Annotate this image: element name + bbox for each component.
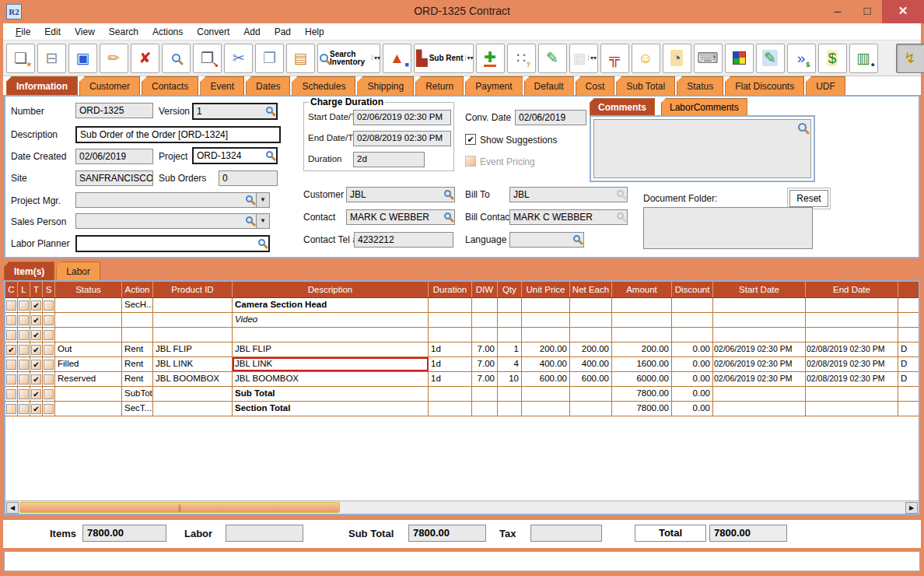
tab-shipping[interactable]: Shipping [357, 76, 414, 95]
cell-status[interactable] [55, 298, 122, 312]
l-checkbox[interactable] [19, 389, 29, 399]
copy-special-button[interactable]: ❐➘ [193, 44, 222, 73]
cell-qty[interactable] [498, 328, 522, 342]
menu-actions[interactable]: Actions [146, 25, 189, 39]
cell-amount[interactable]: 1600.00 [612, 357, 672, 371]
cell-unit-price[interactable] [522, 402, 570, 416]
col-header-end-date[interactable]: End Date [806, 282, 898, 297]
t-checkbox[interactable] [31, 330, 41, 340]
col-header-product-id[interactable]: Product ID [153, 282, 233, 297]
s-checkbox[interactable] [44, 330, 54, 340]
cell-start-date[interactable] [713, 402, 806, 416]
find-binoculars-button[interactable] [162, 44, 191, 73]
cell-duration[interactable] [429, 387, 472, 401]
cut-button[interactable]: ✂ [224, 44, 253, 73]
cell-unit-price[interactable] [522, 387, 570, 401]
tab-labor-comments[interactable]: LaborComments [661, 98, 747, 115]
col-header-unit-price[interactable]: Unit Price [522, 282, 570, 297]
menu-pad[interactable]: Pad [268, 25, 297, 39]
minimize-button[interactable]: – [823, 0, 852, 23]
tab-event[interactable]: Event [200, 76, 244, 95]
tab-default[interactable]: Default [524, 76, 574, 95]
cell-action[interactable] [122, 313, 153, 327]
menu-add[interactable]: Add [237, 25, 266, 39]
t-checkbox[interactable] [31, 300, 41, 311]
cell-diw[interactable]: 7.00 [472, 342, 498, 356]
cell-action[interactable]: SecH... [122, 298, 153, 312]
tab-labor[interactable]: Labor [56, 262, 100, 280]
reset-button[interactable]: Reset [789, 190, 828, 207]
cell-description[interactable]: Video [233, 313, 429, 327]
table-row[interactable]: SubTotSub Total7800.000.00 [5, 387, 919, 402]
cell-extra[interactable]: D [898, 372, 920, 386]
menu-file[interactable]: File [9, 25, 37, 39]
tab-cost[interactable]: Cost [576, 76, 615, 95]
col-header-diw[interactable]: DIW [472, 282, 498, 297]
money-transfer-button[interactable]: »$ [787, 44, 816, 73]
c-checkbox[interactable] [6, 374, 16, 385]
col-header-s[interactable]: S [43, 282, 55, 297]
t-checkbox[interactable] [31, 374, 41, 385]
tab-information[interactable]: Information [6, 76, 78, 95]
col-header-qty[interactable]: Qty [498, 282, 522, 297]
cell-discount[interactable]: 0.00 [672, 357, 713, 371]
org-chart-button[interactable]: ╦ [600, 44, 629, 73]
menu-help[interactable]: Help [299, 25, 331, 39]
col-header-discount[interactable]: Discount [672, 282, 713, 297]
print-button[interactable]: ⊟ [37, 44, 66, 73]
language-search-icon[interactable] [573, 235, 580, 242]
s-checkbox[interactable] [44, 389, 54, 399]
scrollbar-thumb[interactable] [19, 502, 340, 513]
scroll-left-button[interactable]: ◀ [6, 502, 19, 514]
cubes-button[interactable] [725, 44, 754, 73]
sub-rent-button[interactable]: ▙Sub Rent▾▾ [414, 44, 474, 73]
cell-diw[interactable]: 7.00 [472, 357, 498, 371]
cell-start-date[interactable] [713, 313, 806, 327]
shapes-3d-button[interactable]: ▲■ [383, 44, 411, 73]
cell-extra[interactable] [898, 313, 920, 327]
cell-description[interactable]: JBL FLIP [233, 342, 429, 356]
cell-end-date[interactable]: 02/08/2019 02:30 PM [806, 372, 898, 386]
t-checkbox[interactable] [31, 404, 41, 414]
search-inventory-dropdown-icon[interactable]: ▾▾ [372, 55, 378, 61]
cell-start-date[interactable]: 02/06/2019 02:30 PM [713, 357, 806, 371]
document-folder-box[interactable] [643, 207, 813, 249]
cell-amount[interactable] [612, 313, 672, 327]
language-field[interactable] [509, 232, 584, 248]
cell-extra[interactable] [898, 387, 920, 401]
tab-contacts[interactable]: Contacts [142, 76, 198, 95]
description-field[interactable]: Sub Order of the Order [ORD-1324] [75, 126, 281, 143]
customer-search-icon[interactable] [444, 190, 451, 197]
cell-discount[interactable]: 0.00 [672, 387, 713, 401]
lightning-button[interactable]: ↯ [896, 44, 924, 73]
cell-description[interactable]: JBL BOOMBOX [233, 372, 429, 386]
tab-return[interactable]: Return [415, 76, 464, 95]
bill-contact-field[interactable]: MARK C WEBBER [509, 209, 628, 225]
sales-person-field[interactable] [75, 213, 257, 229]
sales-person-search-icon[interactable] [246, 216, 253, 223]
cell-diw[interactable] [472, 313, 498, 327]
table-row[interactable]: SecT...Section Total7800.000.00 [5, 402, 919, 416]
menu-convert[interactable]: Convert [191, 25, 236, 39]
cell-product-id[interactable] [153, 328, 233, 342]
table-row[interactable]: SecH...Camera Section Head [5, 298, 919, 313]
shipping-truck-button[interactable]: ▥● [849, 44, 878, 73]
cell-duration[interactable] [429, 328, 472, 342]
paste-button[interactable]: ▤ [286, 44, 315, 73]
cell-end-date[interactable] [806, 313, 898, 327]
tab-payment[interactable]: Payment [465, 76, 522, 95]
cell-diw[interactable] [472, 328, 498, 342]
notepad-button[interactable]: ✎ [538, 44, 567, 73]
customer-field[interactable]: JBL [346, 187, 455, 202]
cell-end-date[interactable]: 02/08/2019 02:30 PM [806, 357, 898, 371]
table-row[interactable]: OutRentJBL FLIPJBL FLIP1d7.001200.00200.… [5, 342, 919, 357]
tab-flat-discounts[interactable]: Flat Discounts [725, 76, 804, 95]
col-header-status[interactable]: Status [55, 282, 122, 297]
cell-status[interactable] [55, 387, 122, 401]
s-checkbox[interactable] [44, 315, 54, 325]
cell-net-each[interactable] [570, 328, 612, 342]
s-checkbox[interactable] [44, 404, 54, 414]
cell-description[interactable]: Camera Section Head [233, 298, 429, 312]
t-checkbox[interactable] [31, 389, 41, 399]
cell-discount[interactable]: 0.00 [672, 402, 713, 416]
